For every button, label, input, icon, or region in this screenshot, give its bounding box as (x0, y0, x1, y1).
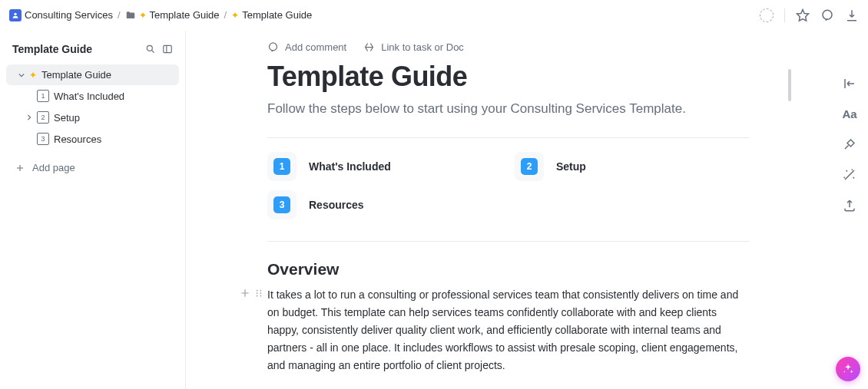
topbar-actions (760, 8, 859, 22)
nav-label: Setup (556, 160, 586, 173)
breadcrumb-space[interactable]: Consulting Services (9, 9, 113, 21)
ai-fab-button[interactable] (836, 357, 860, 381)
sparkle-icon: ✦ (29, 70, 37, 81)
ai-action-icon[interactable] (843, 137, 856, 151)
svg-point-5 (257, 289, 258, 291)
space-icon (9, 9, 22, 21)
svg-point-8 (260, 289, 261, 291)
comment-bubble-icon[interactable] (820, 8, 834, 22)
favorite-icon[interactable] (796, 8, 810, 22)
breadcrumb-folder-label: Template Guide (150, 9, 220, 21)
page-title[interactable]: Template Guide (267, 61, 750, 93)
svg-rect-3 (164, 45, 172, 52)
overview-paragraph[interactable]: It takes a lot to run a consulting or pr… (267, 286, 750, 374)
document-main: Add comment Link to task or Doc Template… (186, 31, 831, 389)
svg-point-7 (257, 295, 258, 296)
svg-point-9 (260, 292, 261, 294)
svg-point-6 (257, 292, 258, 294)
divider (784, 8, 785, 22)
add-page-button[interactable]: Add page (6, 156, 179, 180)
sparkle-icon (842, 363, 854, 375)
page-tree: ✦ Template Guide 1 What's Included 2 Set… (6, 64, 179, 150)
sparkle-icon: ✦ (139, 10, 147, 21)
breadcrumb-separator: / (224, 9, 227, 21)
tree-root-label: Template Guide (41, 69, 111, 81)
section-heading-overview[interactable]: Overview (267, 260, 750, 279)
tree-item-root[interactable]: ✦ Template Guide (6, 64, 179, 85)
nav-card-resources[interactable]: 3 Resources (267, 190, 502, 219)
sidebar: Template Guide ✦ Template Guide 1 What's… (0, 31, 186, 389)
breadcrumb: Consulting Services / ✦ Template Guide /… (9, 9, 312, 21)
link-icon (363, 41, 375, 53)
download-icon[interactable] (845, 8, 859, 22)
status-placeholder-icon[interactable] (760, 8, 774, 22)
tree-item-label: What's Included (54, 91, 124, 102)
svg-point-1 (823, 10, 832, 19)
nav-number-icon: 1 (273, 158, 290, 175)
nav-card-setup[interactable]: 2 Setup (515, 152, 750, 181)
link-task-button[interactable]: Link to task or Doc (363, 41, 464, 53)
breadcrumb-separator: / (118, 9, 121, 21)
nav-number-icon: 3 (273, 196, 290, 213)
doc-actions: Add comment Link to task or Doc (267, 41, 750, 53)
nav-number-icon: 2 (521, 158, 538, 175)
panel-icon[interactable] (162, 44, 173, 54)
tree-item-whats-included[interactable]: 1 What's Included (6, 85, 179, 107)
page-subtitle[interactable]: Follow the steps below to start using yo… (267, 99, 750, 119)
tree-item-label: Resources (54, 134, 101, 145)
search-icon[interactable] (145, 44, 156, 54)
right-dock: Aa (831, 31, 868, 389)
breadcrumb-folder[interactable]: ✦ Template Guide (125, 9, 220, 21)
top-bar: Consulting Services / ✦ Template Guide /… (0, 0, 868, 31)
indent-icon[interactable] (843, 77, 856, 91)
page-number-icon: 2 (37, 111, 49, 124)
typography-icon[interactable]: Aa (842, 107, 856, 120)
breadcrumb-doc-label: Template Guide (242, 9, 312, 21)
chevron-down-icon (18, 72, 25, 78)
svg-point-10 (260, 295, 261, 296)
wand-icon[interactable] (843, 168, 856, 182)
sparkle-icon: ✦ (231, 10, 239, 21)
add-comment-label: Add comment (285, 41, 346, 53)
comment-icon (267, 41, 279, 53)
nav-grid: 1 What's Included 2 Setup 3 Resources (267, 152, 750, 219)
svg-point-0 (14, 12, 16, 15)
divider (267, 241, 750, 242)
grip-icon (253, 288, 264, 298)
nav-card-whats-included[interactable]: 1 What's Included (267, 152, 502, 181)
page-number-icon: 3 (37, 133, 49, 145)
divider (267, 137, 750, 138)
tree-item-resources[interactable]: 3 Resources (6, 128, 179, 150)
add-comment-button[interactable]: Add comment (267, 41, 346, 53)
breadcrumb-doc[interactable]: ✦ Template Guide (231, 9, 312, 21)
chevron-right-icon (26, 114, 32, 120)
folder-icon (125, 10, 136, 21)
nav-label: Resources (309, 199, 364, 211)
plus-icon (240, 288, 250, 298)
add-page-label: Add page (32, 162, 75, 173)
plus-icon (15, 163, 25, 173)
svg-point-2 (147, 45, 152, 51)
scrollbar[interactable] (788, 69, 791, 101)
breadcrumb-space-label: Consulting Services (25, 9, 113, 21)
nav-label: What's Included (309, 160, 391, 173)
link-task-label: Link to task or Doc (381, 41, 464, 53)
sidebar-title: Template Guide (12, 43, 92, 55)
add-block-button[interactable] (240, 288, 250, 298)
page-number-icon: 1 (37, 90, 49, 102)
drag-handle[interactable] (253, 288, 264, 298)
tree-item-label: Setup (54, 112, 80, 124)
tree-item-setup[interactable]: 2 Setup (6, 107, 179, 128)
share-icon[interactable] (843, 199, 856, 213)
svg-point-4 (270, 43, 277, 51)
